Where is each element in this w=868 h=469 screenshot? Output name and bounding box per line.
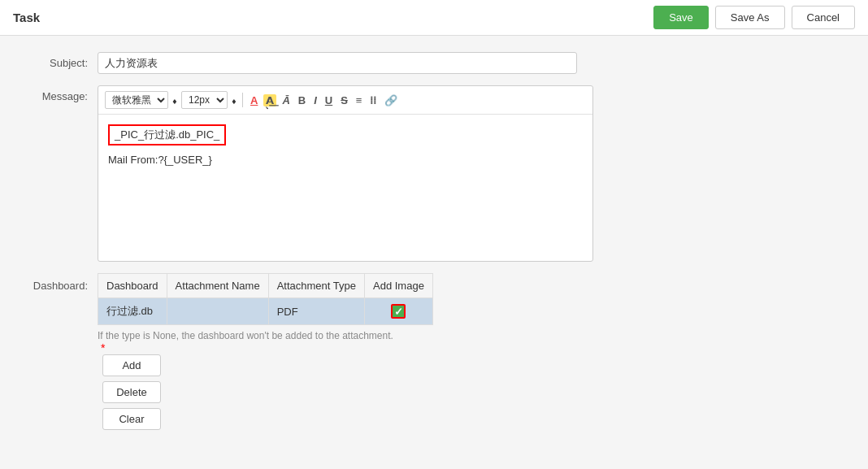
mail-from: Mail From:?{_USER_} xyxy=(108,154,583,166)
font-size-arrow-icon: ⬧ xyxy=(231,94,237,106)
dashboard-table: Dashboard Attachment Name Attachment Typ… xyxy=(98,273,433,325)
dashboard-label: Dashboard: xyxy=(24,273,98,292)
table-row[interactable]: 行过滤.db PDF xyxy=(98,298,433,325)
required-star: * xyxy=(101,341,105,354)
link-button[interactable]: 🔗 xyxy=(382,94,400,106)
message-editor: 微软雅黑 ⬧ 12px ⬧ A A͟ Ā B I U xyxy=(98,85,593,262)
editor-body[interactable]: _PIC_行过滤.db_PIC_ Mail From:?{_USER_} xyxy=(98,115,592,261)
italic-button[interactable]: I xyxy=(311,94,319,106)
align-button[interactable]: ≡ xyxy=(354,94,365,106)
cell-attachment-type: PDF xyxy=(268,298,364,325)
dashboard-row: Dashboard: Dashboard Attachment Name Att… xyxy=(24,273,844,430)
dashboard-inner-right: Dashboard Attachment Name Attachment Typ… xyxy=(98,273,433,430)
dashboard-table-container: Dashboard Attachment Name Attachment Typ… xyxy=(98,273,433,341)
subject-field xyxy=(98,52,844,74)
content-area: Subject: Message: 微软雅黑 ⬧ 12px xyxy=(0,36,868,469)
window-title: Task xyxy=(13,11,40,24)
highlight-button[interactable]: A͟ xyxy=(263,94,276,106)
editor-toolbar: 微软雅黑 ⬧ 12px ⬧ A A͟ Ā B I U xyxy=(98,86,592,115)
delete-button[interactable]: Delete xyxy=(102,381,161,403)
message-field: 微软雅黑 ⬧ 12px ⬧ A A͟ Ā B I U xyxy=(98,85,844,262)
grid-button[interactable]: ⁞⁞ xyxy=(367,94,379,106)
subject-input[interactable] xyxy=(98,52,577,74)
save-as-button[interactable]: Save As xyxy=(715,6,785,29)
message-label: Message: xyxy=(24,85,98,102)
dashboard-outer: Dashboard Attachment Name Attachment Typ… xyxy=(98,273,433,430)
font-family-arrow-icon: ⬧ xyxy=(171,94,178,106)
bold-button[interactable]: B xyxy=(296,94,308,106)
cell-attachment-name xyxy=(167,298,268,325)
font-color-button[interactable]: A xyxy=(248,94,260,106)
cell-dashboard: 行过滤.db xyxy=(98,298,167,325)
title-bar-actions: Save Save As Cancel xyxy=(653,6,855,29)
pic-tag: _PIC_行过滤.db_PIC_ xyxy=(108,124,226,145)
dashboard-actions: Add Delete Clear xyxy=(102,354,433,430)
col-attachment-name: Attachment Name xyxy=(167,274,268,298)
italic-special-button[interactable]: Ā xyxy=(280,94,292,106)
table-body: 行过滤.db PDF xyxy=(98,298,433,325)
dashboard-note: If the type is None, the dashboard won't… xyxy=(98,325,433,341)
col-dashboard: Dashboard xyxy=(98,274,167,298)
font-family-select[interactable]: 微软雅黑 xyxy=(105,91,168,109)
subject-label: Subject: xyxy=(24,52,98,69)
toolbar-separator-1 xyxy=(242,93,243,107)
message-row: Message: 微软雅黑 ⬧ 12px ⬧ A A͟ xyxy=(24,85,844,262)
col-attachment-type: Attachment Type xyxy=(268,274,364,298)
title-bar: Task Save Save As Cancel xyxy=(0,0,868,36)
col-add-image: Add Image xyxy=(364,274,432,298)
table-header: Dashboard Attachment Name Attachment Typ… xyxy=(98,274,433,298)
clear-button[interactable]: Clear xyxy=(102,408,161,430)
font-size-select[interactable]: 12px xyxy=(181,91,228,109)
cancel-button[interactable]: Cancel xyxy=(792,6,855,29)
save-button[interactable]: Save xyxy=(653,6,709,29)
cell-add-image xyxy=(364,298,432,325)
subject-row: Subject: xyxy=(24,52,844,74)
task-window: Task Save Save As Cancel Subject: Messag… xyxy=(0,0,868,469)
header-row: Dashboard Attachment Name Attachment Typ… xyxy=(98,274,433,298)
underline-button[interactable]: U xyxy=(323,94,335,106)
strikethrough-button[interactable]: S xyxy=(338,94,350,106)
add-image-checkbox[interactable] xyxy=(391,304,406,319)
add-button[interactable]: Add xyxy=(102,354,161,376)
